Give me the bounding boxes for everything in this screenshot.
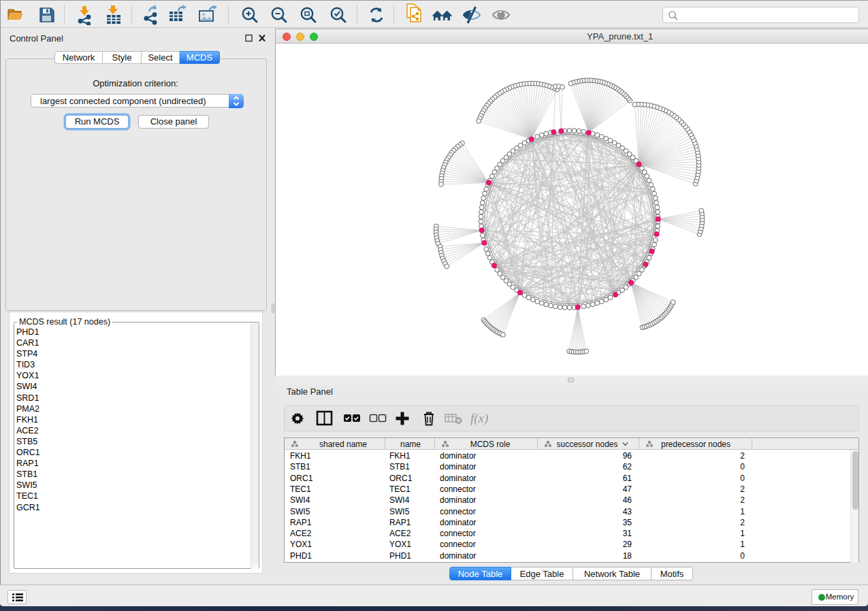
svg-text:f(x): f(x) xyxy=(470,411,488,426)
